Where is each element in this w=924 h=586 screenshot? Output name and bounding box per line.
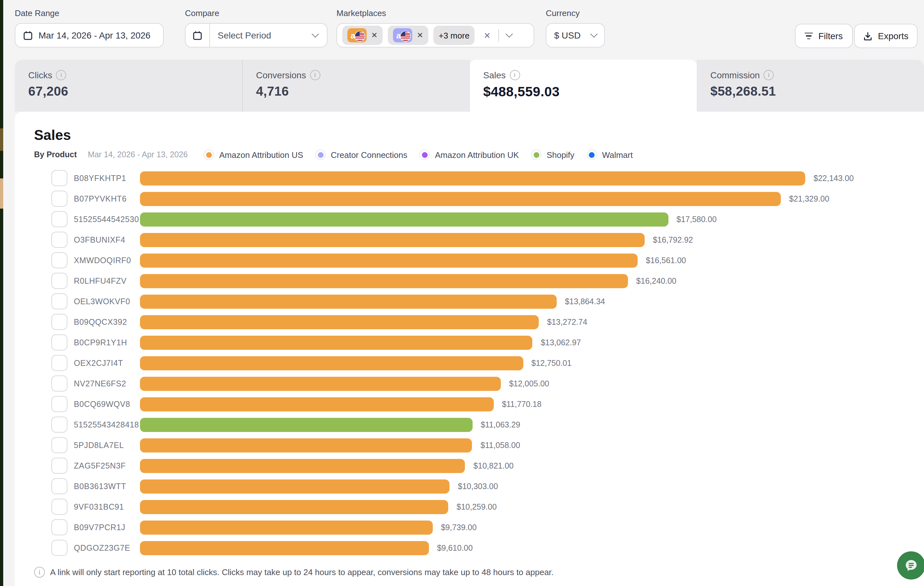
product-thumbnail	[51, 211, 68, 227]
compare-group: Compare Select Period	[185, 8, 327, 48]
product-thumbnail	[51, 499, 68, 515]
sales-bar[interactable]	[140, 479, 449, 493]
currency-select[interactable]: $ USD	[546, 23, 605, 48]
product-thumbnail	[51, 478, 68, 494]
stats-tab-commission[interactable]: Commission i $58,268.51	[697, 60, 924, 112]
currency-label: Currency	[546, 8, 605, 18]
calendar-icon	[193, 30, 202, 40]
bar-value-label: $9,610.00	[437, 543, 473, 552]
marketplaces-more-chip[interactable]: +3 more	[434, 26, 475, 45]
exports-button[interactable]: Exports	[854, 24, 917, 48]
sales-bar[interactable]	[140, 418, 472, 431]
chart-legend: Amazon Attribution US Creator Connection…	[204, 150, 633, 160]
sales-bar[interactable]	[140, 520, 432, 534]
legend-item[interactable]: Walmart	[587, 150, 633, 160]
legend-label: Amazon Attribution UK	[435, 150, 519, 160]
tab-label: Commission	[711, 70, 760, 80]
tab-label: Sales	[483, 70, 506, 80]
product-id-label: QDGOZ23G7E	[74, 543, 140, 552]
date-range-label: Date Range	[15, 8, 164, 18]
product-bar-row: B08YFKHTP1 $22,143.00	[34, 170, 924, 186]
stats-tab-sales[interactable]: Sales i $488,559.03	[470, 60, 697, 112]
bar-track: $13,864.34	[140, 294, 924, 308]
info-icon[interactable]: i	[764, 70, 774, 80]
compare-period-select[interactable]: Select Period	[185, 23, 327, 48]
info-icon[interactable]: i	[510, 70, 520, 80]
sales-bar[interactable]	[140, 438, 472, 452]
remove-chip-icon[interactable]: ✕	[417, 31, 423, 39]
sales-chart-card: Sales By Product Mar 14, 2026 - Apr 13, …	[15, 112, 924, 586]
sales-bar[interactable]	[140, 356, 523, 370]
product-id-label: NV27NE6FS2	[74, 379, 140, 388]
bar-track: $17,580.00	[140, 212, 924, 226]
legend-item[interactable]: Amazon Attribution UK	[420, 150, 519, 160]
tab-value: $488,559.03	[483, 84, 697, 99]
product-id-label: B0CP9R1Y1H	[74, 338, 140, 347]
calendar-icon	[23, 30, 33, 40]
product-id-label: O3FBUNIXF4	[74, 235, 140, 244]
compare-label: Compare	[185, 8, 327, 18]
legend-dot-ring	[204, 150, 214, 160]
product-thumbnail	[51, 334, 68, 351]
product-id-label: OEL3WOKVF0	[74, 297, 140, 306]
legend-dot-ring	[420, 150, 430, 160]
product-bar-row: B09QQCX392 $13,272.74	[34, 314, 924, 330]
bar-value-label: $16,561.00	[646, 256, 686, 265]
product-thumbnail	[51, 416, 68, 433]
product-bar-row: 51525544542530 $17,580.00	[34, 211, 924, 227]
product-bar-row: O3FBUNIXF4 $16,792.92	[34, 232, 924, 248]
marketplaces-label: Marketplaces	[337, 8, 534, 18]
tab-label: Clicks	[28, 70, 52, 80]
sales-bar[interactable]	[140, 253, 638, 267]
product-thumbnail	[51, 293, 68, 309]
product-bar-row: B0CQ69WQV8 $11,770.18	[34, 396, 924, 412]
legend-dot-ring	[531, 150, 541, 160]
product-thumbnail	[51, 458, 68, 474]
bar-chart-rows: B08YFKHTP1 $22,143.00 B07PYVKHT6 $21,329…	[34, 170, 924, 556]
sales-bar[interactable]	[140, 377, 500, 390]
clear-all-icon[interactable]: ✕	[483, 30, 490, 40]
sales-bar[interactable]	[140, 212, 668, 226]
bar-track: $13,062.97	[140, 335, 924, 349]
stats-tab-clicks[interactable]: Clicks i 67,206	[15, 60, 242, 112]
product-id-label: B07PYVKHT6	[74, 194, 140, 203]
bar-value-label: $13,062.97	[541, 338, 581, 347]
bar-value-label: $10,303.00	[458, 482, 498, 491]
product-id-label: B09QQCX392	[74, 318, 140, 326]
amazon-alt-marketplace-badge: a	[393, 28, 412, 42]
info-icon[interactable]: i	[56, 70, 66, 80]
sales-bar[interactable]	[140, 171, 805, 185]
product-bar-row: OEX2CJ7I4T $12,750.01	[34, 355, 924, 371]
chat-widget-button[interactable]	[897, 551, 924, 579]
sales-bar[interactable]	[140, 459, 465, 473]
remove-chip-icon[interactable]: ✕	[371, 31, 378, 39]
bar-value-label: $13,272.74	[547, 318, 587, 326]
sales-bar[interactable]	[140, 294, 556, 308]
sales-bar[interactable]	[140, 500, 448, 514]
marketplace-chip-amazon-alt[interactable]: a ✕	[388, 26, 428, 45]
sales-bar[interactable]	[140, 315, 539, 329]
bar-value-label: $16,792.92	[653, 235, 693, 244]
product-bar-row: OEL3WOKVF0 $13,864.34	[34, 293, 924, 309]
sales-bar[interactable]	[140, 192, 781, 206]
sales-bar[interactable]	[140, 541, 429, 555]
legend-item[interactable]: Amazon Attribution US	[204, 150, 304, 160]
info-icon[interactable]: i	[310, 70, 320, 80]
marketplace-chip-amazon-us[interactable]: a ✕	[342, 26, 383, 45]
sales-bar[interactable]	[140, 335, 532, 349]
date-range-picker[interactable]: Mar 14, 2026 - Apr 13, 2026	[15, 23, 164, 48]
legend-label: Amazon Attribution US	[219, 150, 304, 160]
legend-item[interactable]: Creator Connections	[315, 150, 407, 160]
bar-track: $16,792.92	[140, 233, 924, 247]
filters-button[interactable]: Filters	[795, 24, 853, 48]
sales-bar[interactable]	[140, 397, 493, 411]
product-thumbnail	[51, 355, 68, 371]
compare-calendar-cell[interactable]	[186, 24, 210, 47]
chevron-down-icon[interactable]	[506, 30, 513, 38]
sales-bar[interactable]	[140, 274, 628, 288]
bar-track: $21,329.00	[140, 192, 924, 206]
stats-tab-conversions[interactable]: Conversions i 4,716	[242, 60, 470, 112]
legend-item[interactable]: Shopify	[531, 150, 574, 160]
marketplaces-multiselect[interactable]: a ✕ a ✕ +3 more ✕	[337, 23, 534, 48]
sales-bar[interactable]	[140, 233, 644, 247]
